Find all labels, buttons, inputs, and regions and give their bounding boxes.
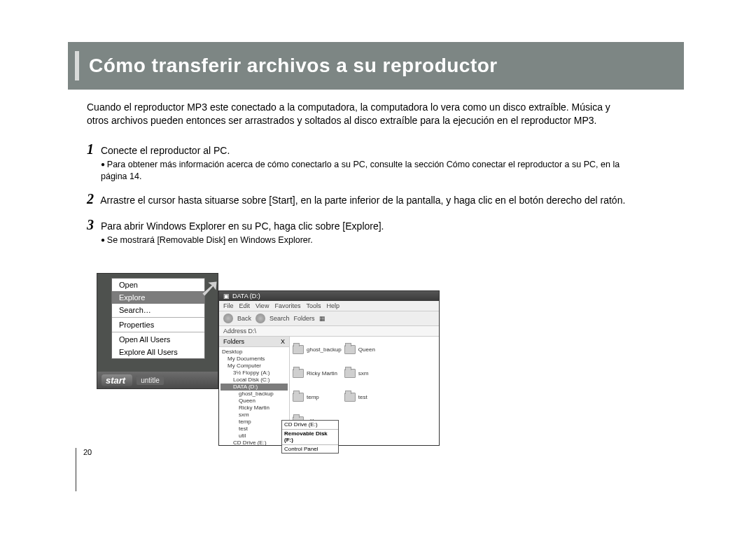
views-icon[interactable]: ▦ [319,315,326,322]
menu-view[interactable]: View [255,302,269,309]
window-titlebar: ▣ DATA (D:) [219,291,439,301]
taskbar: start untitle [97,372,218,388]
tree-desktop[interactable]: Desktop [220,349,288,356]
tree-util[interactable]: util [220,433,288,440]
page-title: Cómo transferir archivos a su reproducto… [89,55,498,77]
menu-bar: File Edit View Favorites Tools Help [219,301,439,311]
callout-line3: Control Panel [282,445,338,454]
menu-file[interactable]: File [223,302,234,309]
tree-localc[interactable]: Local Disk (C:) [220,377,288,384]
ctx-open[interactable]: Open [112,279,204,291]
step-1-sub: Para obtener más información acerca de c… [101,159,626,183]
step-2: 2 Arrastre el cursor hasta situarse sobr… [87,190,626,209]
folder-icon: ▣ [223,293,230,300]
folders-pane: Folders X Desktop My Documents My Comput… [219,337,290,446]
intro-paragraph: Cuando el reproductor MP3 este conectado… [87,101,626,127]
step-1-text: Conecte el reproductor al PC. [101,145,230,156]
ctx-explore[interactable]: Explore [112,291,204,304]
back-label[interactable]: Back [237,315,251,322]
search-label[interactable]: Search [270,315,290,322]
address-label: Address [223,328,246,335]
folder-icon [293,369,304,378]
body-content: Cuando el reproductor MP3 este conectado… [87,101,626,253]
step-3: 3 Para abrir Windows Explorer en su PC, … [87,216,626,246]
step-3-number: 3 [87,217,94,232]
tree-cde[interactable]: CD Drive (E:) [220,440,288,446]
context-menu: Open Explore Search… Properties Open All… [111,278,205,359]
file-sxm[interactable]: sxm [344,365,389,381]
folders-header: Folders [223,338,244,345]
window-title: DATA (D:) [232,293,260,300]
step-3-sub: Se mostrará [Removable Disk] en Windows … [101,234,626,246]
step-2-text: Arrastre el cursor hasta situarse sobre … [100,195,625,206]
forward-icon[interactable] [255,314,265,323]
ctx-explore-all[interactable]: Explore All Users [112,346,204,358]
ctx-open-all[interactable]: Open All Users [112,333,204,346]
step-3-text: Para abrir Windows Explorer en su PC, ha… [101,220,384,232]
title-bar: Cómo transferir archivos a su reproducto… [75,51,498,80]
folder-tree: Desktop My Documents My Computer 3½ Flop… [219,347,289,446]
ctx-sep-1 [112,317,204,318]
taskbar-item[interactable]: untitle [136,376,164,385]
ctx-search[interactable]: Search… [112,304,204,316]
menu-favorites[interactable]: Favorites [274,302,300,309]
address-value: D:\ [248,328,257,335]
folder-icon [293,345,304,354]
tree-ghost[interactable]: ghost_backup [220,391,288,398]
menu-edit[interactable]: Edit [239,302,251,309]
figure-start-menu: Open Explore Search… Properties Open All… [97,273,218,389]
step-2-number: 2 [87,191,94,206]
file-queen[interactable]: Queen [344,341,389,358]
tree-ricky[interactable]: Ricky Martin [220,405,288,412]
tree-mydocs[interactable]: My Documents [220,356,288,363]
tree-temp[interactable]: temp [220,419,288,426]
folders-close[interactable]: X [281,338,285,345]
file-ghost[interactable]: ghost_backup [293,341,342,358]
callout-line1: CD Drive (E:) [282,421,338,430]
address-bar[interactable]: Address D:\ [219,326,439,337]
ctx-sep-2 [112,332,204,332]
folder-icon [344,393,356,402]
folder-icon [293,393,304,402]
toolbar: Back Search Folders ▦ [219,311,439,326]
tree-queen[interactable]: Queen [220,398,288,405]
step-1: 1 Conecte el reproductor al PC. Para obt… [87,140,626,183]
page-number: 20 [83,448,92,456]
folder-icon [344,345,356,354]
folder-icon [344,369,356,378]
file-ricky[interactable]: Ricky Martin [293,365,342,381]
tree-test[interactable]: test [220,426,288,433]
menu-tools[interactable]: Tools [306,302,321,309]
back-icon[interactable] [223,314,233,323]
tree-floppy[interactable]: 3½ Floppy (A:) [220,370,288,377]
menu-help[interactable]: Help [326,302,340,309]
tree-mycomp[interactable]: My Computer [220,363,288,370]
header-band: Cómo transferir archivos a su reproducto… [68,42,684,90]
start-button[interactable]: start [102,374,132,386]
start-label: start [106,375,125,386]
tree-datad[interactable]: DATA (D:) [220,384,288,391]
ctx-properties[interactable]: Properties [112,318,204,331]
file-temp[interactable]: temp [293,388,342,405]
tree-sxm[interactable]: sxm [220,412,288,419]
removable-disk-callout: CD Drive (E:) Removable Disk (F:) Contro… [281,420,339,454]
file-test[interactable]: test [344,388,389,405]
folders-label[interactable]: Folders [294,315,315,322]
page-number-wrap: 20 [76,448,92,491]
callout-line2: Removable Disk (F:) [282,430,338,445]
step-1-number: 1 [87,141,94,157]
